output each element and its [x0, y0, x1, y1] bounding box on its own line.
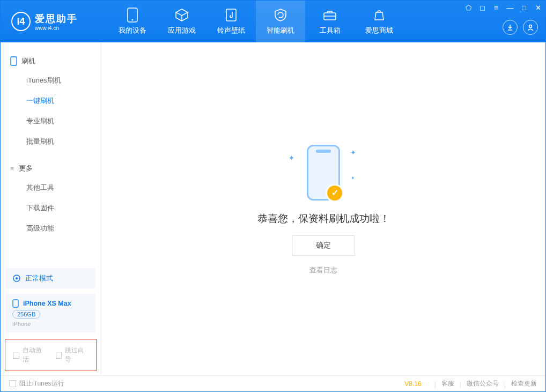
download-button[interactable]	[503, 20, 518, 35]
sidebar-device-area: 正常模式 iPhone XS Max 256GB iPhone	[6, 268, 95, 332]
view-log-link[interactable]: 查看日志	[309, 265, 337, 275]
device-mode-card[interactable]: 正常模式	[6, 268, 95, 289]
nav-tab-flash[interactable]: 智能刷机	[256, 1, 305, 42]
checkbox-label: 阻止iTunes运行	[19, 379, 64, 388]
app-site: www.i4.cn	[35, 25, 78, 31]
nav-label: 我的设备	[119, 26, 146, 35]
phone-frame-icon: ✓	[307, 145, 340, 201]
shop-icon	[372, 8, 387, 23]
list-icon: ≡	[10, 165, 14, 173]
nav-tab-ringtone[interactable]: 铃声壁纸	[206, 1, 256, 42]
nav-label: 铃声壁纸	[217, 26, 245, 35]
device-storage: 256GB	[12, 310, 40, 319]
svg-rect-8	[13, 300, 18, 307]
checkmark-badge-icon: ✓	[326, 184, 344, 202]
sparkle-icon: ✦	[351, 175, 355, 181]
app-name: 爱思助手	[35, 12, 78, 25]
phone-notch	[316, 150, 331, 153]
separator: |	[434, 380, 436, 388]
separator: |	[460, 380, 461, 388]
svg-rect-5	[11, 57, 17, 65]
header-right-buttons	[503, 20, 538, 35]
sidebar-item-advanced[interactable]: 高级功能	[1, 218, 101, 239]
svg-point-7	[16, 277, 18, 279]
checkbox-label: 自动激活	[23, 346, 46, 364]
svg-point-4	[529, 25, 532, 28]
auto-activate-checkbox[interactable]: 自动激活	[13, 346, 46, 364]
close-button[interactable]: ✕	[534, 4, 542, 12]
device-small-icon	[12, 299, 19, 308]
sidebar-item-pro-flash[interactable]: 专业刷机	[1, 111, 101, 131]
svg-point-1	[132, 19, 134, 21]
sidebar-item-other-tools[interactable]: 其他工具	[1, 177, 101, 198]
block-itunes-checkbox[interactable]: 阻止iTunes运行	[9, 379, 64, 388]
sidebar-item-itunes-flash[interactable]: iTunes刷机	[1, 70, 101, 91]
checkbox-icon	[9, 380, 16, 387]
nav-label: 应用游戏	[168, 26, 196, 35]
checkbox-label: 跳过向导	[65, 346, 88, 364]
footer-link-update[interactable]: 检查更新	[511, 379, 537, 388]
toolbox-icon	[322, 8, 337, 23]
feedback-icon[interactable]: ◻	[478, 4, 486, 12]
svg-rect-2	[226, 9, 236, 21]
sidebar: 刷机 iTunes刷机 一键刷机 专业刷机 批量刷机 ≡ 更多 其他工具 下载固…	[1, 42, 101, 375]
nav-tab-device[interactable]: 我的设备	[108, 1, 157, 42]
success-message: 恭喜您，保资料刷机成功啦！	[257, 212, 390, 226]
shirt-icon[interactable]: ⬠	[464, 4, 473, 12]
success-illustration: ✦ ✦ ✦ ✓	[294, 143, 353, 202]
sparkle-icon: ✦	[289, 154, 294, 162]
nav-tab-shop[interactable]: 爱思商城	[355, 1, 404, 42]
sidebar-item-batch-flash[interactable]: 批量刷机	[1, 131, 101, 152]
footer-right: V8.16 | 客服 | 微信公众号 | 检查更新	[404, 379, 537, 388]
sparkle-icon: ✦	[350, 149, 356, 157]
mode-icon	[12, 274, 21, 283]
footer: 阻止iTunes运行 V8.16 | 客服 | 微信公众号 | 检查更新	[1, 375, 545, 391]
section-title: 更多	[19, 164, 33, 173]
nav-label: 智能刷机	[267, 26, 294, 35]
user-button[interactable]	[523, 20, 538, 35]
music-icon	[224, 8, 239, 23]
sidebar-options-highlighted: 自动激活 跳过向导	[5, 339, 97, 371]
app-header: i4 爱思助手 www.i4.cn 我的设备 应用游戏 铃声壁纸 智能刷机 工具…	[1, 1, 545, 42]
checkbox-icon	[56, 352, 62, 359]
nav-label: 爱思商城	[365, 26, 393, 35]
separator: |	[504, 380, 506, 388]
window-controls: ⬠ ◻ ≡ — □ ✕	[464, 4, 542, 12]
device-name: iPhone XS Max	[23, 300, 71, 307]
app-body: 刷机 iTunes刷机 一键刷机 专业刷机 批量刷机 ≡ 更多 其他工具 下载固…	[1, 42, 545, 375]
nav-tab-toolbox[interactable]: 工具箱	[305, 1, 355, 42]
main-content: ✦ ✦ ✦ ✓ 恭喜您，保资料刷机成功啦！ 确定 查看日志	[101, 42, 545, 375]
maximize-button[interactable]: □	[520, 4, 528, 12]
device-type: iPhone	[12, 321, 89, 327]
footer-link-wechat[interactable]: 微信公众号	[467, 379, 499, 388]
cube-icon	[174, 8, 189, 23]
logo-text: 爱思助手 www.i4.cn	[35, 12, 78, 31]
logo-area: i4 爱思助手 www.i4.cn	[1, 12, 108, 31]
skip-guide-checkbox[interactable]: 跳过向导	[56, 346, 89, 364]
version-label: V8.16	[404, 380, 421, 388]
device-icon	[125, 8, 140, 23]
nav-tab-apps[interactable]: 应用游戏	[157, 1, 206, 42]
section-title: 刷机	[21, 56, 35, 66]
sidebar-section-more: ≡ 更多	[1, 159, 101, 177]
menu-icon[interactable]: ≡	[492, 4, 500, 12]
nav-label: 工具箱	[320, 26, 341, 35]
refresh-shield-icon	[273, 8, 288, 23]
checkbox-icon	[13, 352, 19, 359]
footer-link-support[interactable]: 客服	[441, 379, 454, 388]
mode-label: 正常模式	[25, 273, 53, 283]
nav-tabs: 我的设备 应用游戏 铃声壁纸 智能刷机 工具箱 爱思商城	[108, 1, 404, 42]
sidebar-item-oneclick-flash[interactable]: 一键刷机	[1, 91, 101, 111]
app-logo-icon: i4	[11, 12, 31, 31]
sidebar-item-download-firmware[interactable]: 下载固件	[1, 198, 101, 218]
sidebar-section-flash: 刷机	[1, 52, 101, 70]
device-card[interactable]: iPhone XS Max 256GB iPhone	[6, 294, 95, 332]
ok-button[interactable]: 确定	[292, 235, 355, 256]
phone-outline-icon	[10, 56, 17, 66]
minimize-button[interactable]: —	[506, 4, 514, 12]
